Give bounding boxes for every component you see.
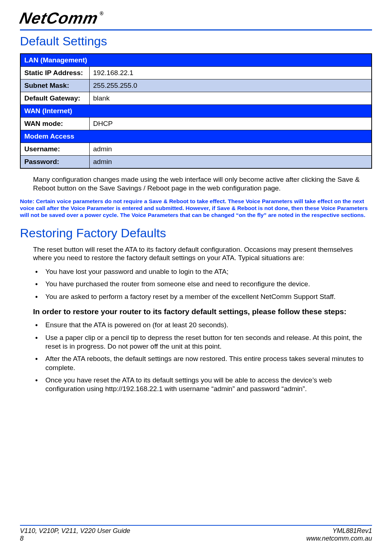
footer-guide: V110, V210P, V211, V220 User Guide (20, 527, 130, 535)
username-label: Username: (20, 143, 89, 156)
table-row: Static IP Address: 192.168.22.1 (20, 67, 372, 79)
subnet-label: Subnet Mask: (20, 79, 89, 92)
section-wan: WAN (Internet) (20, 105, 372, 118)
situations-list: You have lost your password and unable t… (33, 267, 372, 301)
section-wan-label: WAN (Internet) (20, 105, 372, 118)
list-item: Use a paper clip or a pencil tip to depr… (33, 333, 372, 351)
section-lan-label: LAN (Management) (20, 54, 372, 67)
steps-list: Ensure that the ATA is powered on (for a… (33, 321, 372, 393)
table-row: Subnet Mask: 255.255.255.0 (20, 79, 372, 92)
settings-table: LAN (Management) Static IP Address: 192.… (20, 53, 372, 169)
static-ip-value: 192.168.22.1 (89, 67, 372, 79)
static-ip-label: Static IP Address: (20, 67, 89, 79)
gateway-value: blank (89, 92, 372, 105)
list-item: You have lost your password and unable t… (33, 267, 372, 276)
gateway-label: Default Gateway: (20, 92, 89, 105)
section-modem-label: Modem Access (20, 130, 372, 143)
brand-logo: NetComm® (18, 9, 104, 27)
subnet-value: 255.255.255.0 (89, 79, 372, 92)
table-row: Default Gateway: blank (20, 92, 372, 105)
footer-rev: YML881Rev1 (332, 527, 372, 535)
table-row: WAN mode: DHCP (20, 118, 372, 130)
brand-text: NetComm (18, 9, 100, 27)
header-rule (20, 29, 372, 30)
page-footer: V110, V210P, V211, V220 User Guide YML88… (20, 525, 372, 542)
list-item: You are asked to perform a factory reset… (33, 292, 372, 301)
username-value: admin (89, 143, 372, 156)
table-row: Password: admin (20, 156, 372, 169)
table-row: Username: admin (20, 143, 372, 156)
footer-url: www.netcomm.com.au (306, 535, 372, 542)
password-value: admin (89, 156, 372, 169)
wanmode-value: DHCP (89, 118, 372, 130)
voice-note: Note: Certain voice parameters do not re… (20, 198, 372, 219)
section-modem: Modem Access (20, 130, 372, 143)
config-note: Many configuration changes made using th… (33, 175, 372, 193)
heading-restoring: Restoring Factory Defaults (20, 226, 372, 240)
section-lan: LAN (Management) (20, 54, 372, 67)
footer-page: 8 (20, 535, 24, 542)
heading-default-settings: Default Settings (20, 34, 372, 48)
password-label: Password: (20, 156, 89, 169)
steps-heading: In order to restore your router to its f… (33, 307, 372, 316)
list-item: After the ATA reboots, the default setti… (33, 354, 372, 372)
list-item: Once you have reset the ATA to its defau… (33, 376, 372, 394)
reset-intro: The reset button will reset the ATA to i… (33, 245, 372, 263)
list-item: You have purchased the router from someo… (33, 280, 372, 288)
list-item: Ensure that the ATA is powered on (for a… (33, 321, 372, 329)
wanmode-label: WAN mode: (20, 118, 89, 130)
registered-mark: ® (100, 11, 104, 16)
